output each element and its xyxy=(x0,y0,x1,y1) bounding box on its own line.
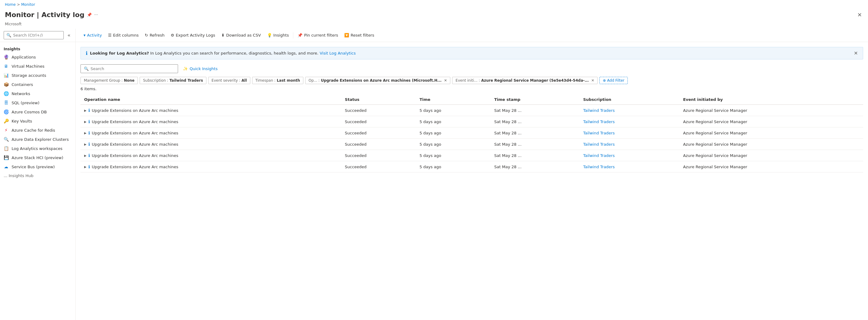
add-filter-button[interactable]: ⊕ Add Filter xyxy=(599,77,628,84)
expand-icon-1[interactable]: ▶ xyxy=(84,120,87,123)
subscription-link-4[interactable]: Tailwind Traders xyxy=(583,153,615,158)
pin-icon[interactable]: 📌 xyxy=(87,12,92,17)
visit-log-analytics-link[interactable]: Visit Log Analytics xyxy=(320,51,356,56)
subscription-link-1[interactable]: Tailwind Traders xyxy=(583,120,615,124)
insights-button[interactable]: 💡 Insights xyxy=(264,31,292,39)
sidebar-item-containers[interactable]: 📦 Containers xyxy=(0,80,75,89)
breadcrumb-current[interactable]: Monitor xyxy=(21,2,35,7)
download-csv-button[interactable]: ⬇ Download as CSV xyxy=(218,31,264,39)
subscription-link-3[interactable]: Tailwind Traders xyxy=(583,142,615,147)
sidebar-item-sql[interactable]: 🗄 SQL (preview) xyxy=(0,98,75,107)
toolbar: ▾ Activity ☰ Edit columns ↻ Refresh ⚙ Ex… xyxy=(75,29,868,42)
col-header-subscription: Subscription xyxy=(580,95,680,104)
insights-label: Insights xyxy=(274,33,289,37)
sidebar-item-service-bus[interactable]: ☁ Service Bus (preview) xyxy=(0,162,75,171)
filter-label-subscription: Subscription : xyxy=(143,78,168,83)
search-icon: 🔍 xyxy=(84,66,89,71)
activity-chevron-icon: ▾ xyxy=(84,33,86,37)
filter-label-timespan: Timespan : xyxy=(255,78,276,83)
filter-close-op[interactable]: ✕ xyxy=(444,78,447,83)
cell-event-initiated-by-2: Azure Regional Service Manager xyxy=(679,127,863,139)
content-area: ▾ Activity ☰ Edit columns ↻ Refresh ⚙ Ex… xyxy=(75,29,868,320)
filter-value-timespan: Last month xyxy=(277,78,300,83)
cell-status-2: Succeeded xyxy=(341,127,416,139)
edit-columns-button[interactable]: ☰ Edit columns xyxy=(105,31,142,39)
table-row: ▶ ℹ Upgrade Extensions on Azure Arc mach… xyxy=(81,161,863,172)
sidebar-item-cosmos-db[interactable]: 🌀 Azure Cosmos DB xyxy=(0,107,75,117)
filter-value-event-initiator: Azure Regional Service Manager (5e5e43d4… xyxy=(481,78,589,83)
key-vaults-icon: 🔑 xyxy=(4,119,8,123)
activity-label: Activity xyxy=(87,33,102,37)
filter-chip-event-initiator[interactable]: Event initi... : Azure Regional Service … xyxy=(452,77,597,84)
filter-close-event-initiator[interactable]: ✕ xyxy=(591,78,594,83)
filter-chip-event-severity[interactable]: Event severity : All xyxy=(208,77,250,84)
pin-filters-button[interactable]: 📌 Pin current filters xyxy=(294,31,341,39)
filter-label-op: Op... : xyxy=(309,78,319,83)
sidebar-item-applications[interactable]: 🔮 Applications xyxy=(0,53,75,62)
col-header-time: Time xyxy=(416,95,491,104)
filter-label-event-initiator: Event initi... : xyxy=(456,78,480,83)
sidebar-item-virtual-machines[interactable]: 🖥 Virtual Machines xyxy=(0,62,75,71)
expand-icon-2[interactable]: ▶ xyxy=(84,131,87,135)
more-icon[interactable]: ··· xyxy=(94,12,98,17)
subscription-link-2[interactable]: Tailwind Traders xyxy=(583,131,615,135)
filter-chip-timespan[interactable]: Timespan : Last month xyxy=(252,77,303,84)
sidebar-item-label-applications: Applications xyxy=(11,55,36,59)
subscription-link-0[interactable]: Tailwind Traders xyxy=(583,108,615,113)
activity-dropdown[interactable]: ▾ Activity xyxy=(81,31,105,39)
sidebar-section-insights: Insights xyxy=(0,44,75,53)
sidebar-item-log-analytics[interactable]: 📋 Log Analytics workspaces xyxy=(0,144,75,153)
sidebar-item-key-vaults[interactable]: 🔑 Key Vaults xyxy=(0,117,75,126)
sidebar-item-azure-cache[interactable]: ⚡ Azure Cache for Redis xyxy=(0,126,75,135)
cell-operation-name-0: ▶ ℹ Upgrade Extensions on Azure Arc mach… xyxy=(81,104,341,116)
subscription-link-5[interactable]: Tailwind Traders xyxy=(583,165,615,169)
filter-chip-management-group[interactable]: Management Group : None xyxy=(81,77,138,84)
expand-icon-5[interactable]: ▶ xyxy=(84,165,87,168)
sidebar-search-input[interactable] xyxy=(13,33,61,37)
sidebar-item-azure-data-explorer[interactable]: 🔍 Azure Data Explorer Clusters xyxy=(0,135,75,144)
reset-filters-button[interactable]: 🔽 Reset filters xyxy=(341,31,377,39)
sidebar-item-storage-accounts[interactable]: 📊 Storage accounts xyxy=(0,71,75,80)
cosmos-icon: 🌀 xyxy=(4,109,8,114)
pin-filters-label: Pin current filters xyxy=(304,33,338,37)
col-header-operation-name: Operation name xyxy=(81,95,341,104)
sidebar-collapse-button[interactable]: « xyxy=(66,31,72,39)
page-title: Monitor | Activity log xyxy=(5,11,85,19)
page-subtitle: Microsoft xyxy=(5,22,22,26)
expand-icon-3[interactable]: ▶ xyxy=(84,142,87,146)
sidebar-search-box[interactable]: 🔍 xyxy=(4,31,64,39)
expand-icon-4[interactable]: ▶ xyxy=(84,154,87,157)
expand-icon-0[interactable]: ▶ xyxy=(84,109,87,112)
sidebar-item-label-virtual-machines: Virtual Machines xyxy=(11,64,44,69)
applications-icon: 🔮 xyxy=(4,55,8,59)
info-icon: ℹ xyxy=(86,50,88,56)
cell-time-4: 5 days ago xyxy=(416,150,491,161)
filter-chip-op[interactable]: Op... : Upgrade Extensions on Azure Arc … xyxy=(305,77,450,84)
cell-time-0: 5 days ago xyxy=(416,104,491,116)
breadcrumb-home[interactable]: Home xyxy=(5,2,16,7)
table-row: ▶ ℹ Upgrade Extensions on Azure Arc mach… xyxy=(81,150,863,161)
networks-icon: 🌐 xyxy=(4,91,8,96)
table-header: Operation name Status Time Time stamp Su… xyxy=(81,95,863,104)
info-icon-0: ℹ xyxy=(88,108,90,113)
cell-timestamp-2: Sat May 28 ... xyxy=(491,127,580,139)
edit-columns-icon: ☰ xyxy=(108,33,112,37)
search-box[interactable]: 🔍 xyxy=(81,64,178,73)
sidebar-more-insights-hub[interactable]: ... Insights Hub xyxy=(0,171,75,180)
operation-name-text-0: Upgrade Extensions on Azure Arc machines xyxy=(92,108,178,113)
export-button[interactable]: ⚙ Export Activity Logs xyxy=(168,31,218,39)
quick-insights-button[interactable]: ✨ Quick Insights xyxy=(183,66,218,71)
filter-chip-subscription[interactable]: Subscription : Tailwind Traders xyxy=(140,77,207,84)
search-input[interactable] xyxy=(91,66,175,71)
close-button[interactable]: ✕ xyxy=(856,10,863,19)
azure-data-explorer-icon: 🔍 xyxy=(4,137,8,142)
breadcrumb: Home > Monitor xyxy=(0,0,868,9)
cell-timestamp-0: Sat May 28 ... xyxy=(491,104,580,116)
pin-filters-icon: 📌 xyxy=(298,33,303,37)
cell-subscription-0: Tailwind Traders xyxy=(580,104,680,116)
sidebar-item-networks[interactable]: 🌐 Networks xyxy=(0,89,75,98)
col-header-status: Status xyxy=(341,95,416,104)
refresh-button[interactable]: ↻ Refresh xyxy=(142,31,168,39)
info-banner-close-button[interactable]: ✕ xyxy=(854,50,858,56)
sidebar-item-azure-stack[interactable]: 💾 Azure Stack HCI (preview) xyxy=(0,153,75,162)
